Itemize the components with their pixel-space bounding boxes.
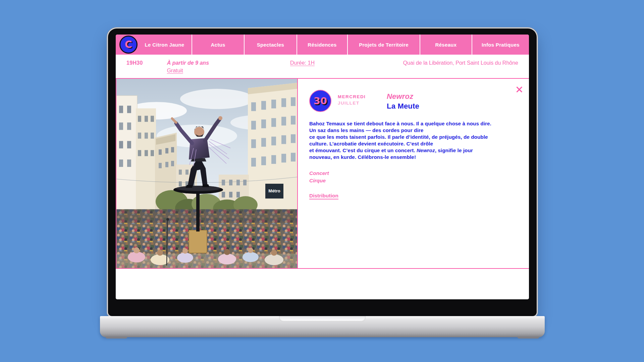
site-logo-icon[interactable]: C <box>119 36 138 54</box>
description-line: culture. L’acrobatie devient exécutoire.… <box>309 140 518 147</box>
description-line: ce que les mots taisent parfois. Il parl… <box>309 134 518 140</box>
nav-label: Réseaux <box>435 42 457 48</box>
street-performance-illustration: Métro <box>116 79 297 268</box>
desktop-background: { "page": { "background_color": "#5b93d6… <box>0 0 644 362</box>
nav-label: Le Citron Jaune <box>138 42 192 48</box>
event-address: Quai de la Libération, Port Saint Louis … <box>403 60 518 66</box>
distribution-link[interactable]: Distribution <box>309 193 338 199</box>
event-photo: Métro <box>116 79 298 268</box>
event-month: JUILLET <box>338 101 387 106</box>
event-tags: Concert Cirque <box>309 170 518 184</box>
nav-item-actus[interactable]: Actus <box>192 35 245 55</box>
date-badge: 30 <box>309 90 331 112</box>
nav-item-infos-pratiques[interactable]: Infos Pratiques <box>472 35 529 55</box>
description-line: et émouvant. C’est du cirque et un conce… <box>309 147 518 154</box>
laptop-display: C Le Citron Jaune Actus Spectacles Résid… <box>116 35 529 299</box>
title-column: Newroz La Meute <box>387 90 419 111</box>
laptop-lid-notch <box>279 316 366 322</box>
nav-label: Résidences <box>308 42 336 48</box>
event-title: Newroz <box>387 92 419 101</box>
description-line: Bahoz Temaux se tient debout face à nous… <box>309 120 518 127</box>
nav-item-residences[interactable]: Résidences <box>297 35 348 55</box>
nav-item-projets-de-territoire[interactable]: Projets de Territoire <box>348 35 420 55</box>
website: C Le Citron Jaune Actus Spectacles Résid… <box>116 35 529 299</box>
nav-label: Infos Pratiques <box>482 42 520 48</box>
description-line: Un saz dans les mains — des cordes pour … <box>309 127 518 134</box>
nav-label: Spectacles <box>257 42 284 48</box>
nav-item-le-citron-jaune[interactable]: C Le Citron Jaune <box>116 35 192 55</box>
age-restriction: À partir de 9 ans <box>167 60 209 66</box>
tag-cirque: Cirque <box>309 177 518 184</box>
metro-sign-label: Métro <box>268 188 280 193</box>
laptop-base <box>100 316 545 337</box>
laptop-foot <box>105 337 127 339</box>
price-link[interactable]: Gratuit <box>167 68 183 74</box>
laptop-screen: C Le Citron Jaune Actus Spectacles Résid… <box>108 28 537 316</box>
nav-label: Projets de Territoire <box>359 42 409 48</box>
event-card-header: 30 MERCREDI JUILLET Newroz La Meute <box>309 90 518 112</box>
event-company: La Meute <box>387 102 419 111</box>
close-icon[interactable]: ✕ <box>515 85 524 95</box>
nav-item-spectacles[interactable]: Spectacles <box>245 35 297 55</box>
laptop-foot <box>517 337 539 339</box>
event-card: ✕ 30 MERCREDI JUILLET Newroz La Meute <box>298 79 529 268</box>
nav-label: Actus <box>211 42 225 48</box>
nav-item-reseaux[interactable]: Réseaux <box>420 35 472 55</box>
event-content: Métro <box>116 79 529 269</box>
page-bottom-space <box>116 269 529 299</box>
main-navigation: C Le Citron Jaune Actus Spectacles Résid… <box>116 35 529 55</box>
tag-concert: Concert <box>309 170 518 177</box>
date-column: MERCREDI JUILLET <box>338 90 387 106</box>
event-info-bar: 19H30 À partir de 9 ans Gratuit Durée: 1… <box>116 55 529 79</box>
age-price-block: À partir de 9 ans Gratuit <box>167 60 209 74</box>
event-weekday: MERCREDI <box>338 94 387 99</box>
description-italic-term: Newroz <box>417 147 435 153</box>
event-time: 19H30 <box>126 60 143 66</box>
description-line: nouveau, en kurde. Célébrons-le ensemble… <box>309 154 518 161</box>
duration-link[interactable]: Durée: 1H <box>290 60 315 66</box>
event-description: Bahoz Temaux se tient debout face à nous… <box>309 120 518 160</box>
